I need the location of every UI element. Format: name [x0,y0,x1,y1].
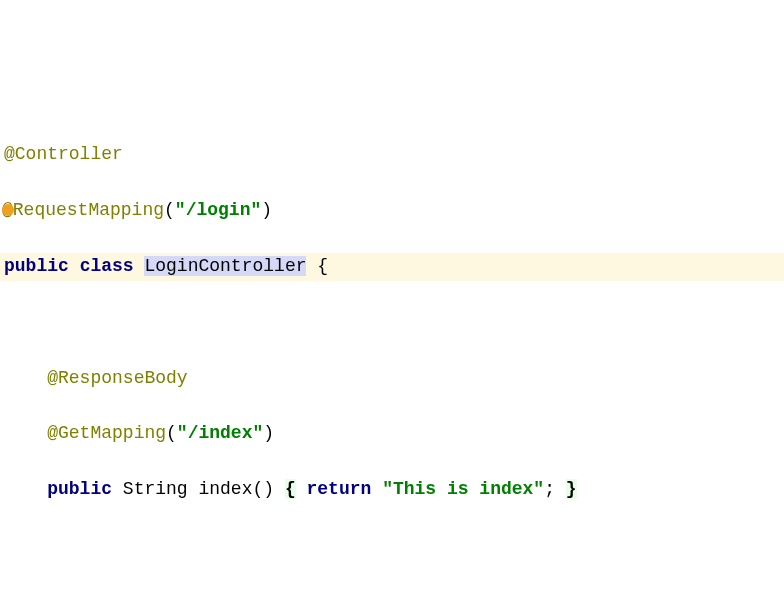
code-line: @RequestMapping("/login") [0,197,784,225]
code-line: public String index() { return "This is … [0,476,784,504]
code-line [0,309,784,337]
annotation-controller: @Controller [4,144,123,164]
code-line [0,532,784,560]
selected-classname: LoginController [144,256,306,276]
code-line: @Controller [0,141,784,169]
annotation-requestmapping: @RequestMapping [2,200,164,220]
code-editor[interactable]: @Controller @RequestMapping("/login") pu… [0,112,784,596]
code-line [0,588,784,596]
code-line-active: public class LoginController { [0,253,784,281]
code-line: @GetMapping("/index") [0,420,784,448]
annotation-responsebody: @ResponseBody [47,368,187,388]
annotation-getmapping: @GetMapping [47,423,166,443]
code-line: @ResponseBody [0,365,784,393]
